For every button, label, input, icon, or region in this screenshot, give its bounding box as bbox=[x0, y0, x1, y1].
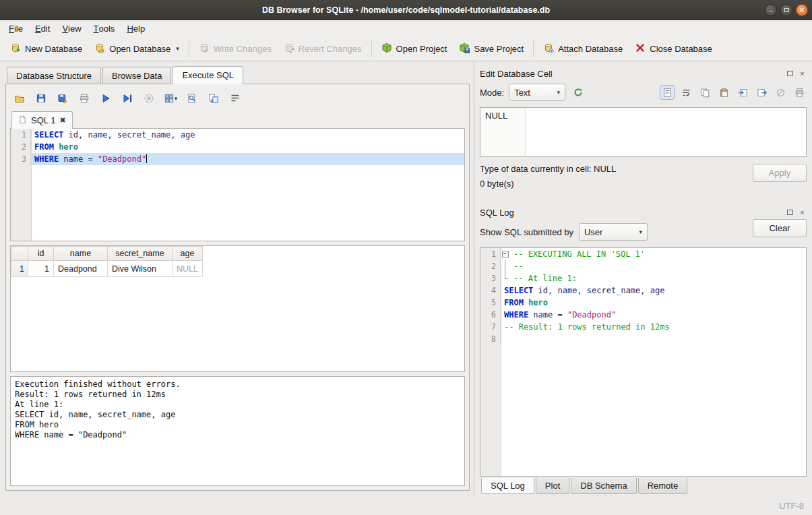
sql-log-view[interactable]: 1-- EXECUTING ALL IN 'SQL 1'2--3-- At li… bbox=[480, 247, 807, 477]
cell-editor[interactable]: NULL bbox=[480, 107, 807, 157]
line-number: 4 bbox=[480, 284, 501, 297]
dropdown-arrow-icon[interactable]: ▾ bbox=[175, 95, 178, 102]
toolbar-button-attach-database[interactable]: Attach Database bbox=[537, 39, 629, 59]
close-sql-log-icon[interactable]: × bbox=[798, 208, 807, 217]
column-header-name[interactable]: name bbox=[54, 247, 108, 261]
encoding-label: UTF-8 bbox=[779, 501, 804, 511]
tab-execute-sql[interactable]: Execute SQL bbox=[173, 66, 243, 84]
find-icon[interactable] bbox=[184, 90, 200, 107]
export-cell-icon[interactable] bbox=[754, 85, 769, 100]
dropdown-arrow-icon[interactable]: ▾ bbox=[176, 45, 179, 52]
filter-label: Show SQL submitted by bbox=[480, 227, 573, 237]
row-number: 1 bbox=[11, 261, 28, 277]
tab-browse-data[interactable]: Browse Data bbox=[102, 67, 171, 84]
close-tab-icon[interactable]: ✖ bbox=[59, 116, 65, 125]
column-header-secret-name[interactable]: secret_name bbox=[108, 247, 173, 261]
sql-editor-toolbar: ▾ bbox=[10, 87, 465, 110]
open-database-icon bbox=[94, 42, 105, 55]
execute-current-line-icon[interactable] bbox=[119, 90, 135, 107]
table-cell[interactable]: 1 bbox=[28, 261, 54, 277]
save-sql-file-icon[interactable] bbox=[33, 90, 49, 107]
window-controls: – × bbox=[765, 4, 808, 16]
text-view-icon[interactable] bbox=[660, 85, 675, 100]
code-content: WHERE name = "Deadpond" bbox=[31, 153, 147, 165]
cell-toolbar bbox=[660, 85, 807, 100]
line-number: 3 bbox=[480, 272, 501, 284]
close-button[interactable]: × bbox=[796, 4, 808, 16]
column-header-age[interactable]: age bbox=[173, 247, 203, 261]
new-database-icon bbox=[10, 42, 21, 55]
dock-tab-sql-log[interactable]: SQL Log bbox=[481, 478, 534, 494]
menu-help[interactable]: Help bbox=[121, 20, 151, 36]
cell-info-row: Type of data currently in cell: NULL 0 b… bbox=[480, 164, 807, 199]
line-number: 3 bbox=[11, 153, 31, 165]
float-edit-cell-icon[interactable] bbox=[786, 69, 794, 78]
sql-tab[interactable]: SQL 1 ✖ bbox=[11, 111, 73, 129]
execute-all-icon[interactable] bbox=[98, 90, 114, 107]
save-sql-as-icon[interactable] bbox=[55, 90, 71, 107]
main-tabs: Database StructureBrowse DataExecute SQL bbox=[5, 65, 470, 84]
copy-icon[interactable] bbox=[697, 85, 712, 100]
replace-icon[interactable] bbox=[206, 90, 222, 107]
clear-button[interactable]: Clear bbox=[753, 219, 807, 237]
status-bar: UTF-8 bbox=[0, 496, 812, 515]
log-tabs: SQL LogPlotDB SchemaRemote bbox=[480, 478, 807, 496]
minimize-button[interactable]: – bbox=[765, 4, 777, 16]
print-cell-icon[interactable] bbox=[792, 85, 807, 100]
maximize-button[interactable] bbox=[780, 4, 792, 16]
toolbar-button-revert-changes: Revert Changes bbox=[278, 39, 368, 59]
toolbar-button-open-project[interactable]: Open Project bbox=[375, 39, 454, 59]
menu-tools[interactable]: Tools bbox=[88, 20, 121, 36]
toolbar-button-save-project[interactable]: Save Project bbox=[453, 39, 530, 59]
print-sql-icon[interactable] bbox=[76, 90, 92, 107]
word-wrap-icon[interactable] bbox=[227, 90, 243, 107]
menu-edit[interactable]: Edit bbox=[29, 20, 56, 36]
sql-log-title: SQL Log bbox=[480, 208, 786, 218]
sql-log-filter-row: Show SQL submitted by User ▾ Clear bbox=[480, 219, 807, 245]
code-line: 8 bbox=[480, 333, 806, 345]
dock-tab-remote[interactable]: Remote bbox=[638, 478, 688, 494]
toolbar-label: Revert Changes bbox=[299, 44, 362, 54]
toolbar-button-open-database[interactable]: Open Database▾ bbox=[88, 39, 185, 59]
import-cell-icon[interactable] bbox=[735, 85, 750, 100]
table-cell[interactable]: Deadpond bbox=[54, 261, 108, 277]
line-number: 6 bbox=[480, 309, 501, 321]
revert-changes-icon bbox=[284, 42, 294, 55]
cell-size-text: 0 byte(s) bbox=[480, 179, 753, 189]
menu-view[interactable]: View bbox=[56, 20, 87, 36]
paste-icon[interactable] bbox=[716, 85, 731, 100]
tab-database-structure[interactable]: Database Structure bbox=[7, 67, 101, 84]
main-content: Database StructureBrowse DataExecute SQL… bbox=[0, 61, 812, 496]
line-number: 2 bbox=[480, 260, 501, 272]
fold-minus-icon[interactable] bbox=[501, 248, 510, 260]
results-area: idnamesecret_nameage 11DeadpondDive Wils… bbox=[10, 245, 465, 372]
code-line: 6WHERE name = "Deadpond" bbox=[480, 309, 806, 321]
word-wrap-cell-icon[interactable] bbox=[679, 85, 693, 100]
table-cell[interactable]: NULL bbox=[173, 261, 203, 277]
toolbar-button-close-database[interactable]: Close Database bbox=[629, 39, 718, 59]
menu-file[interactable]: File bbox=[3, 20, 29, 36]
column-header-id[interactable]: id bbox=[28, 247, 54, 261]
mode-select[interactable]: Text ▾ bbox=[509, 84, 565, 101]
results-header: idnamesecret_nameage bbox=[11, 247, 203, 261]
close-edit-cell-icon[interactable]: × bbox=[798, 69, 807, 78]
filter-select[interactable]: User ▾ bbox=[579, 223, 648, 241]
toolbar-button-new-database[interactable]: New Database bbox=[4, 39, 88, 59]
code-line: 4SELECT id, name, secret_name, age bbox=[480, 284, 806, 297]
float-sql-log-icon[interactable] bbox=[786, 208, 794, 217]
dock-tab-db-schema[interactable]: DB Schema bbox=[571, 478, 636, 494]
sql-editor[interactable]: 1SELECT id, name, secret_name, age2FROM … bbox=[10, 128, 465, 241]
table-row[interactable]: 11DeadpondDive WilsonNULL bbox=[11, 261, 203, 277]
dock-tab-plot[interactable]: Plot bbox=[536, 478, 569, 494]
open-sql-file-icon[interactable] bbox=[11, 90, 28, 107]
code-content: SELECT id, name, secret_name, age bbox=[501, 284, 664, 297]
table-cell[interactable]: Dive Wilson bbox=[108, 261, 173, 277]
open-tab-icon[interactable]: ▾ bbox=[162, 90, 179, 107]
auto-format-icon[interactable] bbox=[570, 84, 586, 100]
save-project-icon bbox=[459, 42, 470, 55]
window-title: DB Browser for SQLite - /home/user/code/… bbox=[262, 5, 550, 15]
attach-database-icon bbox=[543, 42, 554, 55]
chevron-down-icon: ▾ bbox=[639, 229, 642, 235]
code-content: -- bbox=[510, 260, 523, 272]
code-content: -- Result: 1 rows returned in 12ms bbox=[501, 321, 670, 333]
